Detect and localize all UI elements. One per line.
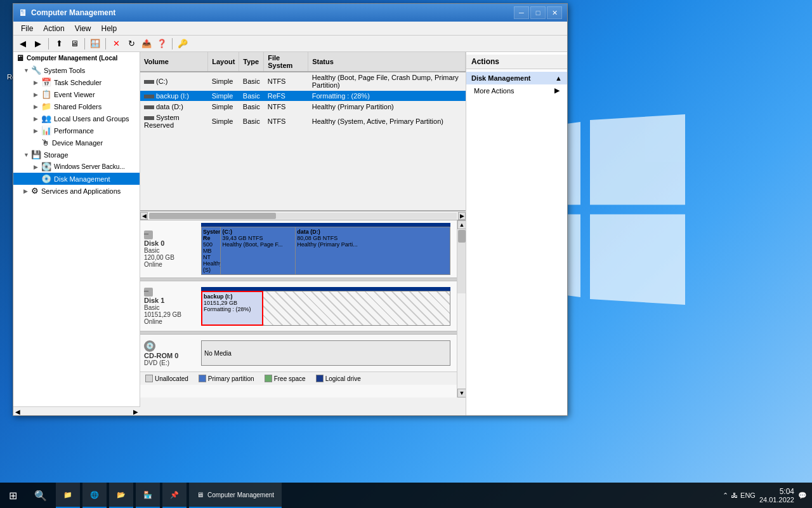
up-button[interactable]: ⬆ (52, 37, 66, 51)
scroll-left-disk-btn[interactable]: ◀ (140, 212, 148, 220)
disk-table: Volume Layout Type File System Status (C… (140, 52, 466, 131)
performance-label: Performance (54, 127, 94, 135)
clock-time: 5:04 (780, 487, 794, 496)
close-button[interactable]: ✕ (547, 6, 562, 19)
taskbar-app-store[interactable]: 🏪 (136, 483, 160, 508)
show-console[interactable]: 🖥 (67, 37, 81, 51)
tray-icon-1: ⌃ (723, 491, 728, 500)
disk0-sysreserved[interactable]: System Re 500 MB NT Healthy (S) (201, 227, 221, 275)
taskbar-app-edge[interactable]: 🌐 (82, 483, 107, 508)
taskbar-app-comp-mgmt[interactable]: 🖥 Computer Management (189, 483, 282, 508)
forward-button[interactable]: ▶ (31, 37, 45, 51)
maximize-button[interactable]: □ (530, 6, 546, 19)
table-row[interactable]: System Reserved Simple Basic NTFS Health… (140, 112, 466, 131)
actions-section: Disk Management ▲ More Actions ▶ (466, 69, 567, 99)
search-button[interactable]: 🔍 (28, 483, 53, 508)
tree-performance[interactable]: ▶ 📊 Performance (13, 124, 140, 137)
tree-event-viewer[interactable]: ▶ 📋 Event Viewer (13, 88, 140, 100)
disk-mgmt-icon: 💿 (41, 174, 51, 184)
notification-icon[interactable]: 💬 (798, 491, 807, 500)
cell-layout: Simple (208, 91, 239, 102)
left-panel: 🖥 Computer Management (Local ▼ 🔧 System … (13, 52, 140, 415)
more-actions-arrow: ▶ (554, 86, 560, 95)
scroll-right-disk-btn[interactable]: ▶ (458, 212, 466, 220)
legend-logical: Logical drive (316, 375, 361, 382)
taskbar-clock[interactable]: 5:04 24.01.2022 (759, 487, 794, 504)
tree-root[interactable]: 🖥 Computer Management (Local (13, 52, 140, 64)
tree-disk-management[interactable]: 💿 Disk Management (13, 173, 140, 185)
v-scroll-track[interactable] (457, 230, 466, 293)
v-scrollbar[interactable]: ▲ ▼ (457, 220, 466, 398)
system-tools-label: System Tools (44, 67, 85, 74)
local-users-icon: 👥 (41, 114, 51, 123)
disk1-partitions: backup (I:) 10151,29 GB Formatting : (28… (201, 287, 450, 326)
taskbar-left: ⊞ 🔍 📁 🌐 📂 🏪 📌 🖥 Computer Management (0, 483, 282, 508)
new-window[interactable]: 🪟 (88, 37, 102, 51)
scroll-down-btn[interactable]: ▼ (457, 389, 466, 398)
taskbar-app-file-explorer[interactable]: 📁 (56, 483, 80, 508)
properties-button[interactable]: 🔑 (176, 37, 190, 51)
tree-storage[interactable]: ▼ 💾 Storage (13, 149, 140, 161)
tree-task-scheduler[interactable]: ▶ 📅 Task Scheduler (13, 76, 140, 88)
tree-win-backup[interactable]: ▶ 💽 Windows Server Backu... (13, 161, 140, 173)
minimize-button[interactable]: ─ (514, 6, 529, 19)
cell-layout: Simple (208, 102, 239, 112)
table-row[interactable]: backup (I:) Simple Basic ReFS Formatting… (140, 91, 466, 102)
disk-mgmt-header[interactable]: Disk Management ▲ (466, 72, 567, 84)
disk0-status: Online (144, 261, 201, 268)
tree-scrollbar[interactable]: ◀ ▶ (13, 406, 140, 415)
cdrom-icon: 💿 (144, 340, 155, 352)
disk-view: ▲ ▼ ─ Disk 0 Basic 120,00 GB O (140, 220, 466, 398)
collapse-icon: ▲ (555, 74, 562, 82)
v-scroll-thumb[interactable] (458, 230, 466, 243)
tree-shared-folders[interactable]: ▶ 📁 Shared Folders (13, 100, 140, 112)
cdrom-media-label: No Media (204, 350, 232, 357)
h-scroll-thumb[interactable] (149, 213, 276, 219)
menu-file[interactable]: File (16, 23, 38, 34)
start-button[interactable]: ⊞ (0, 483, 25, 508)
tree-local-users[interactable]: ▶ 👥 Local Users and Groups (13, 112, 140, 124)
back-button[interactable]: ◀ (16, 37, 30, 51)
win-backup-label: Windows Server Backu... (54, 163, 125, 170)
tree-device-manager[interactable]: 🖱 Device Manager (13, 137, 140, 149)
export-button[interactable]: 📤 (140, 37, 154, 51)
taskbar-app-pin[interactable]: 📌 (162, 483, 187, 508)
tree-services-apps[interactable]: ▶ ⚙ Services and Applications (13, 185, 140, 197)
expand-services: ▶ (23, 188, 31, 194)
data-label: data (D:) (297, 229, 449, 235)
taskbar-app-files[interactable]: 📂 (109, 483, 133, 508)
scroll-up-btn[interactable]: ▲ (457, 220, 466, 229)
table-row[interactable]: data (D:) Simple Basic NTFS Healthy (Pri… (140, 102, 466, 112)
taskbar: ⊞ 🔍 📁 🌐 📂 🏪 📌 🖥 Computer Management ⌃ 🖧 … (0, 483, 812, 508)
h-scrollbar[interactable]: ◀ ▶ (140, 211, 466, 220)
cell-volume: System Reserved (140, 112, 208, 131)
cell-type: Basic (239, 102, 264, 112)
h-scroll-track[interactable] (149, 213, 457, 219)
col-status: Status (308, 52, 466, 72)
table-row[interactable]: (C:) Simple Basic NTFS Healthy (Boot, Pa… (140, 72, 466, 91)
disk0-name: Disk 0 (144, 239, 201, 247)
menu-view[interactable]: View (70, 23, 96, 34)
stop-button[interactable]: ✕ (109, 37, 123, 51)
more-actions-item[interactable]: More Actions ▶ (466, 84, 567, 97)
scroll-left-btn[interactable]: ◀ (13, 407, 22, 415)
disk0-c[interactable]: (C:) 39,43 GB NTFS Healthy (Boot, Page F… (221, 227, 296, 275)
scroll-right-btn[interactable]: ▶ (131, 407, 140, 415)
col-volume: Volume (140, 52, 208, 72)
refresh-button[interactable]: ↻ (124, 37, 138, 51)
disk0-partitions: System Re 500 MB NT Healthy (S) (C:) 39,… (201, 223, 450, 275)
legend-unallocated-color (145, 375, 153, 382)
menu-help[interactable]: Help (96, 23, 122, 34)
disk1-unallocated[interactable] (263, 291, 450, 326)
help-button[interactable]: ❓ (155, 37, 169, 51)
list-view[interactable]: Volume Layout Type File System Status (C… (140, 52, 466, 211)
disk1-backup[interactable]: backup (I:) 10151,29 GB Formatting : (28… (201, 291, 263, 326)
menu-action[interactable]: Action (38, 23, 69, 34)
c-size: 39,43 GB NTFS (222, 235, 294, 241)
cell-layout: Simple (208, 112, 239, 131)
tree-root-label: Computer Management (Local (27, 55, 117, 62)
cell-fs: NTFS (264, 112, 308, 131)
tree-system-tools[interactable]: ▼ 🔧 System Tools (13, 64, 140, 76)
disk0-data[interactable]: data (D:) 80,08 GB NTFS Healthy (Primary… (296, 227, 450, 275)
cell-type: Basic (239, 72, 264, 91)
